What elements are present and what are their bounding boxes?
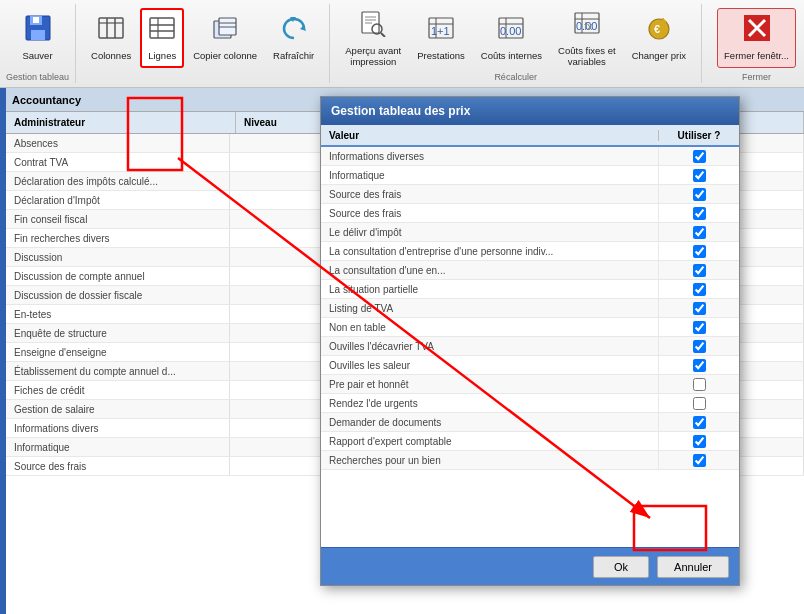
prestations-button[interactable]: 1+1 Prestations — [410, 8, 472, 68]
modal-row[interactable]: Pre pair et honnêt — [321, 375, 739, 394]
modal-checkbox[interactable] — [693, 302, 706, 315]
modal-checkbox[interactable] — [693, 226, 706, 239]
modal-col-valeur: Valeur — [321, 130, 659, 141]
modal-checkbox[interactable] — [693, 454, 706, 467]
modal-row[interactable]: Source des frais — [321, 204, 739, 223]
toolbar: Sauver Gestion tableau Colonnes — [0, 0, 804, 88]
modal-checkbox[interactable] — [693, 150, 706, 163]
modal-scroll-area[interactable]: Informations diverses Informatique Sourc… — [321, 147, 739, 547]
modal-checkbox[interactable] — [693, 416, 706, 429]
copier-colonne-button[interactable]: Copier colonne — [186, 8, 264, 68]
modal-cell-checkbox[interactable] — [659, 185, 739, 203]
modal-cell-value: Informatique — [321, 166, 659, 184]
changer-prix-button[interactable]: € Changer prix — [625, 8, 693, 68]
apercu-icon — [359, 9, 387, 43]
modal-row[interactable]: Ouvilles l'décavrier TVA — [321, 337, 739, 356]
modal-cell-checkbox[interactable] — [659, 356, 739, 374]
modal-row[interactable]: La situation partielle — [321, 280, 739, 299]
bg-cell-name: Déclaration des impôts calculé... — [0, 172, 230, 190]
bg-cell-name: Déclaration d'Impôt — [0, 191, 230, 209]
modal-checkbox[interactable] — [693, 188, 706, 201]
bg-cell-name: Source des frais — [0, 457, 230, 475]
modal-cell-checkbox[interactable] — [659, 242, 739, 260]
modal-cell-checkbox[interactable] — [659, 261, 739, 279]
copier-colonne-label: Copier colonne — [193, 50, 257, 61]
modal-cell-checkbox[interactable] — [659, 147, 739, 165]
modal-checkbox[interactable] — [693, 321, 706, 334]
svg-rect-8 — [150, 18, 174, 38]
modal-row[interactable]: Source des frais — [321, 185, 739, 204]
modal-checkbox[interactable] — [693, 169, 706, 182]
modal-row[interactable]: La consultation d'entreprise d'une perso… — [321, 242, 739, 261]
modal-row[interactable]: La consultation d'une en... — [321, 261, 739, 280]
left-accent-bar — [0, 88, 6, 614]
modal-row[interactable]: Listing de TVA — [321, 299, 739, 318]
colonnes-button[interactable]: Colonnes — [84, 8, 138, 68]
modal-cell-checkbox[interactable] — [659, 413, 739, 431]
bg-cell-name: Gestion de salaire — [0, 400, 230, 418]
modal-cell-checkbox[interactable] — [659, 337, 739, 355]
modal-cell-value: La situation partielle — [321, 280, 659, 298]
modal-checkbox[interactable] — [693, 435, 706, 448]
bg-cell-name: Fin recherches divers — [0, 229, 230, 247]
annuler-button[interactable]: Annuler — [657, 556, 729, 578]
modal-checkbox[interactable] — [693, 264, 706, 277]
modal-cell-checkbox[interactable] — [659, 299, 739, 317]
modal-row[interactable]: Rendez l'de urgents — [321, 394, 739, 413]
modal-checkbox[interactable] — [693, 245, 706, 258]
modal-row[interactable]: Recherches pour un bien — [321, 451, 739, 470]
modal-cell-checkbox[interactable] — [659, 318, 739, 336]
bg-cell-name: Enquête de structure — [0, 324, 230, 342]
modal-cell-checkbox[interactable] — [659, 375, 739, 393]
modal-checkbox[interactable] — [693, 397, 706, 410]
modal-cell-checkbox[interactable] — [659, 394, 739, 412]
modal-cell-value: Informations diverses — [321, 147, 659, 165]
changer-prix-label: Changer prix — [632, 50, 686, 61]
rafraichir-button[interactable]: Rafraîchir — [266, 8, 321, 68]
svg-line-20 — [381, 33, 385, 37]
couts-internes-button[interactable]: 0.00 Coûts internes — [474, 8, 549, 68]
modal-cell-value: Listing de TVA — [321, 299, 659, 317]
modal-cell-value: Demander de documents — [321, 413, 659, 431]
modal-cell-value: La consultation d'entreprise d'une perso… — [321, 242, 659, 260]
modal-row[interactable]: Rapport d'expert comptable — [321, 432, 739, 451]
modal-row[interactable]: Ouvilles les saleur — [321, 356, 739, 375]
modal-checkbox[interactable] — [693, 378, 706, 391]
modal-cell-checkbox[interactable] — [659, 432, 739, 450]
couts-fixes-label: Coûts fixes etvariables — [558, 45, 616, 68]
modal-cell-value: La consultation d'une en... — [321, 261, 659, 279]
modal-cell-checkbox[interactable] — [659, 166, 739, 184]
modal-cell-checkbox[interactable] — [659, 204, 739, 222]
modal-cell-value: Rapport d'expert comptable — [321, 432, 659, 450]
fermer-fenetre-button[interactable]: Fermer fenêtr... — [717, 8, 796, 68]
modal-title: Gestion tableau des prix — [321, 97, 739, 125]
apercu-button[interactable]: Aperçu avantimpression — [338, 8, 408, 68]
modal-row[interactable]: Informatique — [321, 166, 739, 185]
modal-checkbox[interactable] — [693, 207, 706, 220]
modal-row[interactable]: Informations diverses — [321, 147, 739, 166]
modal-row[interactable]: Non en table — [321, 318, 739, 337]
bg-cell-name: Établissement du compte annuel d... — [0, 362, 230, 380]
modal-cell-value: Recherches pour un bien — [321, 451, 659, 469]
lignes-button[interactable]: Lignes — [140, 8, 184, 68]
modal-cell-checkbox[interactable] — [659, 223, 739, 241]
svg-rect-4 — [99, 18, 123, 38]
couts-fixes-button[interactable]: 0.00 fx Coûts fixes etvariables — [551, 8, 623, 68]
modal-row[interactable]: Demander de documents — [321, 413, 739, 432]
modal-checkbox[interactable] — [693, 359, 706, 372]
copier-colonne-icon — [211, 14, 239, 48]
modal-cell-checkbox[interactable] — [659, 280, 739, 298]
svg-rect-2 — [31, 30, 45, 40]
sauver-button[interactable]: Sauver — [15, 8, 59, 68]
modal-cell-checkbox[interactable] — [659, 451, 739, 469]
toolbar-group-gestion: Colonnes Lignes — [76, 4, 330, 83]
toolbar-group-fermer: Fermer fenêtr... Fermer — [709, 4, 804, 83]
ok-button[interactable]: Ok — [593, 556, 649, 578]
modal-checkbox[interactable] — [693, 340, 706, 353]
svg-text:fx: fx — [584, 20, 593, 32]
modal-checkbox[interactable] — [693, 283, 706, 296]
modal-row[interactable]: Le délivr d'impôt — [321, 223, 739, 242]
modal-cell-value: Ouvilles les saleur — [321, 356, 659, 374]
lignes-icon — [148, 14, 176, 48]
colonnes-icon — [97, 14, 125, 48]
